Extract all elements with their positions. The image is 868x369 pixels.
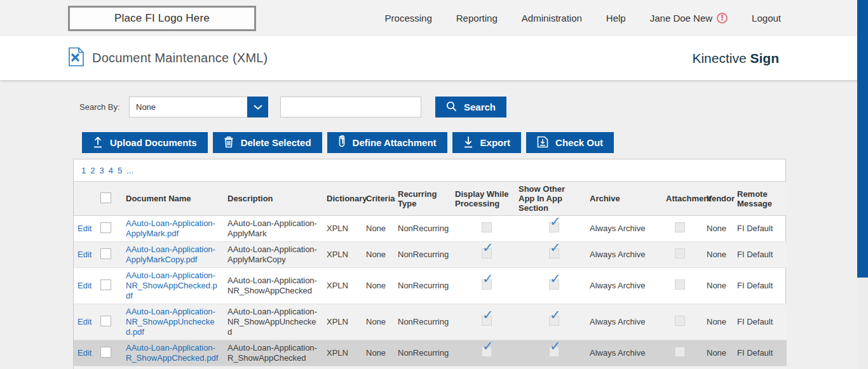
document-name-link[interactable]: AAuto-Loan-Application-R_ShowAppChecked.… <box>126 343 218 363</box>
brand-regular: Kinective <box>692 51 746 66</box>
page-link[interactable]: 1 <box>81 166 86 175</box>
description-cell: AAuto-Loan-Application-R_ShowAppUnchecke… <box>224 366 323 369</box>
document-name-link[interactable]: AAuto-Loan-Application-NR_ShowAppUncheck… <box>126 307 215 337</box>
row-select-checkbox[interactable] <box>100 347 111 358</box>
description-cell: AAuto-Loan-Application-R_ShowAppChecked <box>224 340 323 366</box>
show-other-app-checkbox <box>549 248 559 258</box>
archive-cell: Always Archive <box>586 366 662 369</box>
show-other-app-checkbox <box>549 279 559 290</box>
nav-help[interactable]: Help <box>606 13 626 23</box>
title-band: Document Maintenance (XML) Kinective Sig… <box>0 36 868 80</box>
fi-logo-text: Place FI Logo Here <box>114 12 210 25</box>
recurring-type-cell: NonRecurring <box>394 366 451 369</box>
nav-reporting[interactable]: Reporting <box>456 13 498 23</box>
export-button[interactable]: Export <box>452 132 522 153</box>
show-other-app-checkbox <box>549 347 559 357</box>
row-select-checkbox[interactable] <box>100 279 111 290</box>
table-row: Edit AAuto-Loan-Application-ApplyMark.pd… <box>74 216 787 242</box>
search-button[interactable]: Search <box>435 97 506 117</box>
recurring-type-cell: NonRecurring <box>394 304 451 340</box>
nav-administration[interactable]: Administration <box>522 13 582 23</box>
check-out-button[interactable]: Check Out <box>526 132 614 153</box>
header-edit-spacer <box>74 182 97 216</box>
edit-link[interactable]: Edit <box>78 224 92 233</box>
display-while-processing-checkbox <box>482 248 492 258</box>
criteria-cell: None <box>362 216 394 242</box>
chevron-down-icon <box>254 105 262 110</box>
page-link[interactable]: 4 <box>109 166 113 175</box>
document-name-link[interactable]: AAuto-Loan-Application-NR_ShowAppChecked… <box>126 271 217 300</box>
dropdown-button[interactable] <box>247 97 268 117</box>
trash-icon <box>224 136 234 150</box>
scrollbar-thumb[interactable] <box>857 0 868 278</box>
document-name-link[interactable]: AAuto-Loan-Application-ApplyMark.pdf <box>126 218 215 238</box>
attachment-checkbox <box>675 316 685 326</box>
display-while-processing-checkbox <box>482 347 492 357</box>
archive-cell: Always Archive <box>586 268 662 304</box>
select-all-checkbox[interactable] <box>100 192 111 203</box>
dictionary-cell: XPLN <box>323 216 362 242</box>
criteria-cell: None <box>362 268 394 304</box>
dictionary-cell: XPLN <box>323 366 362 369</box>
check-out-icon <box>537 136 548 150</box>
col-dictionary: Dictionary <box>323 182 362 216</box>
criteria-cell: None <box>362 242 394 268</box>
upload-documents-label: Upload Documents <box>110 137 197 148</box>
search-by-dropdown[interactable]: None <box>129 97 268 117</box>
download-icon <box>463 136 473 150</box>
define-attachment-label: Define Attachment <box>353 137 437 148</box>
col-vendor: Vendor <box>703 182 733 216</box>
search-by-label: Search By: <box>79 102 129 112</box>
paperclip-icon <box>338 135 346 150</box>
archive-cell: Always Archive <box>586 242 662 268</box>
remote-message-cell: FI Default <box>733 216 787 242</box>
page-link[interactable]: 2 <box>90 166 95 175</box>
edit-link[interactable]: Edit <box>78 250 92 259</box>
table-header-row: Document Name Description Dictionary Cri… <box>74 182 787 216</box>
table-row: Edit AAuto-Loan-Application-ApplyMarkCop… <box>74 242 787 268</box>
edit-link[interactable]: Edit <box>78 317 92 326</box>
document-name-link[interactable]: AAuto-Loan-Application-ApplyMarkCopy.pdf <box>126 245 215 264</box>
display-while-processing-checkbox <box>482 279 492 290</box>
user-name: Jane Doe New <box>650 13 712 23</box>
row-select-checkbox[interactable] <box>100 316 111 326</box>
criteria-cell: None <box>362 366 394 369</box>
description-cell: AAuto-Loan-Application-NR_ShowAppChecked <box>224 268 323 304</box>
col-display-while-processing: Display While Processing <box>451 182 515 216</box>
toolbar: Upload Documents Delete Selected Define … <box>82 132 614 153</box>
edit-link[interactable]: Edit <box>78 281 92 290</box>
nav-processing[interactable]: Processing <box>385 13 432 23</box>
remote-message-cell: FI Default <box>733 366 787 369</box>
dictionary-cell: XPLN <box>323 304 362 340</box>
description-cell: AAuto-Loan-Application-NR_ShowAppUncheck… <box>224 304 323 340</box>
description-cell: AAuto-Loan-Application-ApplyMark <box>224 216 323 242</box>
page-link[interactable]: 5 <box>118 166 122 175</box>
nav-logout[interactable]: Logout <box>752 13 781 23</box>
search-input[interactable] <box>280 97 421 117</box>
search-button-label: Search <box>464 102 496 112</box>
display-while-processing-checkbox <box>482 222 492 232</box>
top-bar: Place FI Logo Here Processing Reporting … <box>0 0 868 36</box>
archive-cell: Always Archive <box>586 340 662 366</box>
documents-panel: 12345... Document Name Description Dicti… <box>73 159 786 369</box>
nav-user-menu[interactable]: Jane Doe New ! <box>650 13 728 23</box>
row-select-checkbox[interactable] <box>100 222 111 233</box>
attachment-checkbox <box>675 222 685 232</box>
vendor-cell: None <box>703 366 733 369</box>
page-link[interactable]: 3 <box>99 166 104 175</box>
edit-link[interactable]: Edit <box>78 348 92 358</box>
row-select-checkbox[interactable] <box>100 248 111 259</box>
recurring-type-cell: NonRecurring <box>394 242 451 268</box>
remote-message-cell: FI Default <box>733 268 787 304</box>
page-title: Document Maintenance (XML) <box>92 51 268 65</box>
upload-documents-button[interactable]: Upload Documents <box>82 132 208 153</box>
page-ellipsis: ... <box>126 166 133 175</box>
delete-selected-button[interactable]: Delete Selected <box>213 132 322 153</box>
delete-selected-label: Delete Selected <box>241 137 311 148</box>
search-row: Search By: None Search <box>79 97 506 117</box>
vendor-cell: None <box>703 242 733 268</box>
brand-logo: Kinective Sign <box>692 36 779 80</box>
define-attachment-button[interactable]: Define Attachment <box>327 132 447 153</box>
col-attachment: Attachment <box>662 182 703 216</box>
table-row: Edit AAuto-Loan-Application-NR_ShowAppCh… <box>74 268 787 304</box>
